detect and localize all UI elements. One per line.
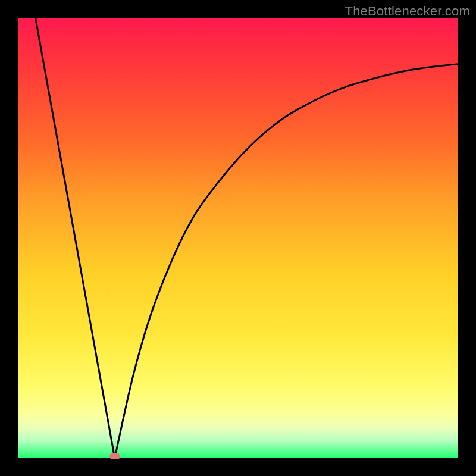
watermark-text: TheBottlenecker.com [345, 4, 470, 19]
curve-left [36, 18, 115, 458]
chart-container: TheBottlenecker.com [0, 0, 476, 476]
curve-svg [18, 18, 458, 458]
curve-right [115, 64, 458, 458]
plot-area [18, 18, 458, 458]
minimum-marker [109, 453, 120, 459]
